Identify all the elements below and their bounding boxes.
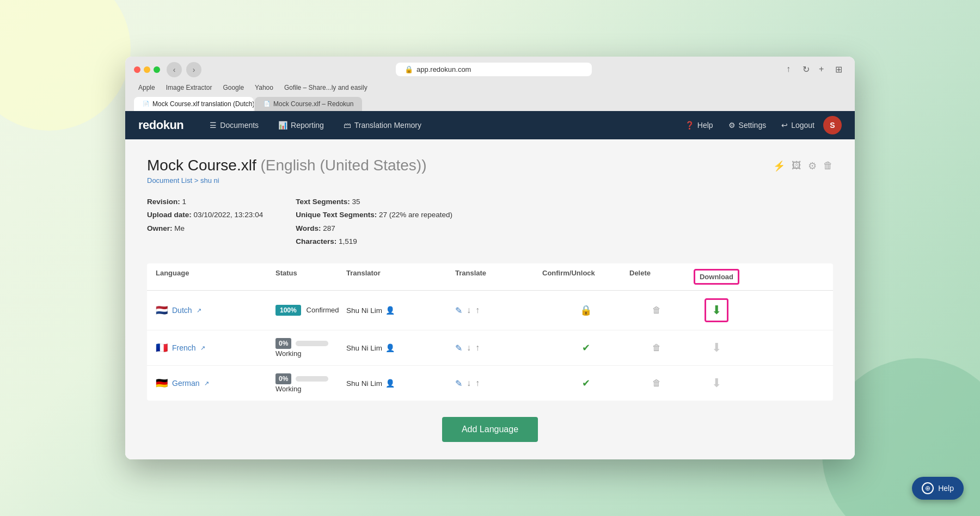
nav-documents[interactable]: ☰ Documents [201,116,267,134]
check-icon-french[interactable]: ✔ [582,342,590,354]
status-cell-french: 0% Working [275,338,346,358]
flash-icon[interactable]: ⚡ [773,160,785,172]
col-translate: Translate [455,269,542,285]
traffic-light-green[interactable] [154,66,160,73]
lock-icon-dutch[interactable]: 🔒 [580,304,592,316]
flag-french: 🇫🇷 [156,342,168,354]
delete-icon-dutch[interactable]: 🗑 [652,305,661,315]
download-cell-french: ⬇ [684,341,749,355]
ext-link-german[interactable]: ↗ [204,380,209,387]
plus-icon[interactable]: + [819,64,830,75]
unique-segments-label: Unique Text Segments: [296,211,377,219]
page-settings-icon[interactable]: ⚙ [808,160,817,172]
refresh-icon[interactable]: ↻ [803,64,813,75]
add-language-button[interactable]: Add Language [442,417,538,442]
page-title: Mock Course.xlf (English (United States)… [147,157,427,174]
status-progress-french: 0% [275,338,346,349]
breadcrumb[interactable]: Document List > shu ni [147,176,833,185]
traffic-lights [134,66,160,73]
tab-dutch[interactable]: 📄 Mock Course.xlf translation (Dutch) – … [134,97,254,111]
meta-left: Revision: 1 Upload date: 03/10/2022, 13:… [147,195,263,248]
nav-logout-label: Logout [791,121,814,130]
download-translate-french[interactable]: ↓ [467,343,471,353]
language-cell-german: 🇩🇪 German ↗ [156,377,275,389]
download-header-highlight: Download [694,269,739,285]
upload-translate-french[interactable]: ↑ [475,343,480,353]
delete-cell-dutch: 🗑 [629,305,684,315]
image-icon[interactable]: 🖼 [792,160,801,171]
help-fab[interactable]: ⊕ Help [912,477,964,500]
revision-label: Revision: [147,198,180,206]
forward-button[interactable]: › [186,62,201,77]
ext-link-french[interactable]: ↗ [200,345,205,352]
bookmark-yahoo[interactable]: Yahoo [255,84,273,91]
sidebar-icon[interactable]: ⊞ [835,64,846,75]
language-cell-dutch: 🇳🇱 Dutch ↗ [156,304,275,316]
ext-link-dutch[interactable]: ↗ [197,307,201,314]
table-row: 🇳🇱 Dutch ↗ 100% Confirmed Shu Ni Lim 👤 ✎ [147,291,833,330]
download-icon-dutch[interactable]: ⬇ [712,303,721,317]
tab-label-dutch: Mock Course.xlf translation (Dutch) – Re… [152,100,254,108]
meta-section: Revision: 1 Upload date: 03/10/2022, 13:… [147,195,833,248]
lang-name-dutch[interactable]: Dutch [172,306,192,315]
download-translate-dutch[interactable]: ↓ [467,305,471,315]
col-download: Download [684,269,749,285]
col-status: Status [275,269,346,285]
share-icon[interactable]: ↑ [786,64,797,75]
progress-bar-german [296,376,328,382]
upload-translate-dutch[interactable]: ↑ [475,305,480,315]
confirm-cell-dutch: 🔒 [542,304,629,316]
bookmark-google[interactable]: Google [223,84,244,91]
revision-value: 1 [182,198,187,206]
upload-translate-german[interactable]: ↑ [475,378,480,388]
bookmarks-bar: Apple Image Extractor Google Yahoo Gofil… [134,82,846,95]
edit-icon-dutch[interactable]: ✎ [455,305,462,316]
check-icon-german[interactable]: ✔ [582,377,590,389]
nav-translation-memory[interactable]: 🗃 Translation Memory [335,116,430,134]
nav-translation-memory-label: Translation Memory [354,121,421,130]
bookmark-apple[interactable]: Apple [138,84,155,91]
nav-links: ☰ Documents 📊 Reporting 🗃 Translation Me… [201,116,678,134]
main-content: Mock Course.xlf (English (United States)… [125,139,855,459]
nav-help[interactable]: ❓ Help [678,116,720,134]
status-text-dutch: Confirmed [307,306,339,314]
translator-name-dutch: Shu Ni Lim [346,306,382,315]
nav-logout[interactable]: ↩ Logout [775,116,821,134]
add-language-section: Add Language [147,417,833,442]
text-segments-value: 35 [352,198,360,206]
traffic-light-yellow[interactable] [144,66,150,73]
progress-badge-german: 0% [275,373,291,384]
tab-xlf[interactable]: 📄 Mock Course.xlf – Redokun [255,97,362,111]
translate-actions-dutch: ✎ ↓ ↑ [455,305,542,316]
nav-help-label: Help [697,121,713,130]
documents-icon: ☰ [210,121,217,130]
user-icon-german: 👤 [385,379,395,388]
lang-name-french[interactable]: French [172,343,196,352]
logout-icon: ↩ [781,121,788,130]
delete-icon-german[interactable]: 🗑 [652,378,661,388]
download-translate-german[interactable]: ↓ [467,378,471,388]
back-button[interactable]: ‹ [167,62,182,77]
download-cell-german: ⬇ [684,376,749,390]
app-logo[interactable]: redokun [138,118,183,132]
page-delete-icon[interactable]: 🗑 [823,160,833,171]
nav-reporting[interactable]: 📊 Reporting [270,116,333,134]
translator-cell-german: Shu Ni Lim 👤 [346,379,455,388]
translator-name-german: Shu Ni Lim [346,379,382,388]
translator-cell-dutch: Shu Ni Lim 👤 [346,306,455,315]
bookmark-image-extractor[interactable]: Image Extractor [166,84,212,91]
delete-icon-french[interactable]: 🗑 [652,343,661,353]
text-segments-label: Text Segments: [296,198,350,206]
edit-icon-french[interactable]: ✎ [455,343,462,353]
edit-icon-german[interactable]: ✎ [455,378,462,389]
help-fab-label: Help [938,484,954,493]
traffic-light-red[interactable] [134,66,140,73]
confirm-cell-french: ✔ [542,342,629,354]
address-bar[interactable]: 🔒 app.redokun.com [396,63,592,76]
tabs-bar: 📄 Mock Course.xlf translation (Dutch) – … [134,95,846,111]
unique-segments-note: (22% are repeated) [389,211,452,219]
app-nav: redokun ☰ Documents 📊 Reporting 🗃 Transl… [125,111,855,139]
bookmark-gofile[interactable]: Gofile – Share...ly and easily [284,84,367,91]
nav-settings[interactable]: ⚙ Settings [722,116,773,134]
lang-name-german[interactable]: German [172,379,200,388]
